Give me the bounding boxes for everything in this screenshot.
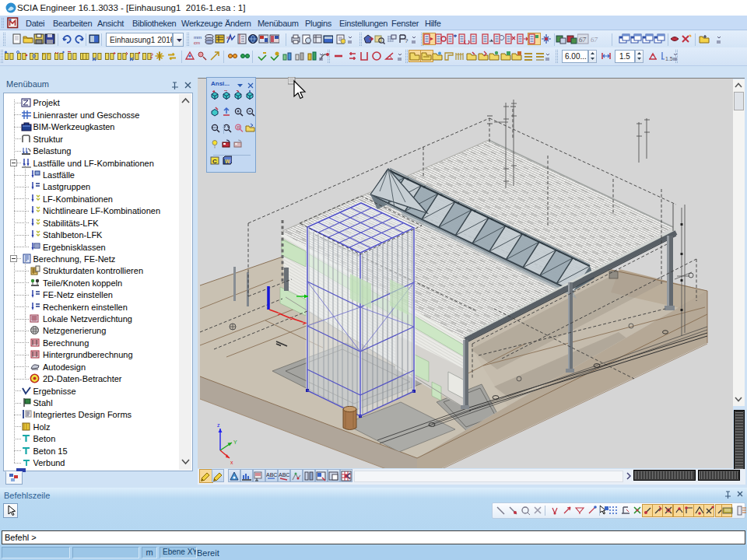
svg-text:C: C [212, 158, 217, 165]
svg-text:cm: cm [194, 40, 200, 44]
svg-text:R: R [237, 125, 241, 130]
svg-text:x: x [230, 460, 233, 465]
svg-text:?: ? [405, 37, 409, 44]
svg-text:67: 67 [579, 36, 587, 44]
svg-text:Y: Y [233, 439, 237, 445]
svg-text:ABC: ABC [279, 472, 289, 478]
svg-text:xy: xy [226, 35, 231, 40]
svg-text:67: 67 [591, 36, 598, 44]
svg-text:W: W [225, 159, 230, 164]
svg-text:z: z [217, 422, 220, 428]
svg-text:mm: mm [194, 35, 202, 40]
svg-text:ABC: ABC [266, 472, 277, 478]
